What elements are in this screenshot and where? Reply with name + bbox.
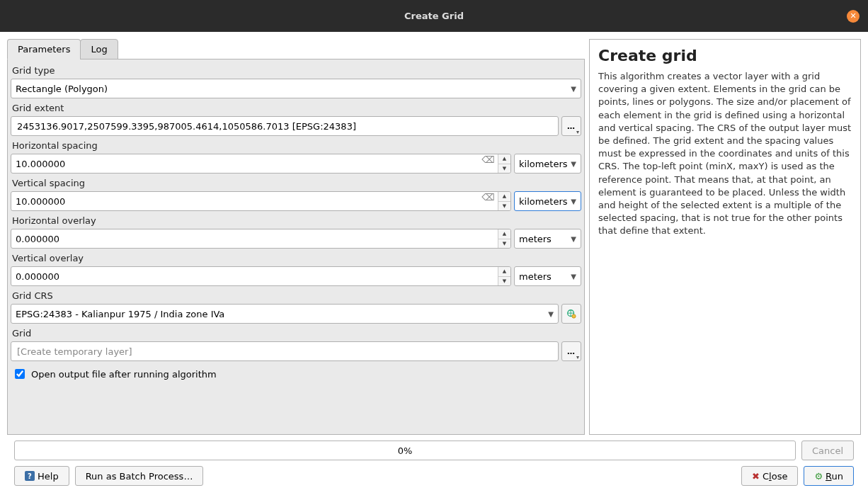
vspacing-label: Vertical spacing	[11, 175, 581, 191]
chevron-down-icon: ▼	[548, 310, 554, 318]
create-grid-dialog: Create Grid ✕ Parameters Log Grid type R…	[0, 0, 868, 500]
vspacing-unit-value: kilometers	[519, 196, 568, 207]
grid-extent-field[interactable]	[16, 120, 554, 132]
hoverlay-unit-select[interactable]: meters ▼	[514, 229, 581, 249]
grid-output-field[interactable]	[16, 346, 554, 358]
progress-bar: 0%	[14, 441, 796, 460]
chevron-down-icon: ▼	[571, 273, 576, 280]
grid-type-select[interactable]: Rectangle (Polygon) ▼	[11, 79, 581, 98]
tab-log[interactable]: Log	[80, 39, 118, 59]
run-button[interactable]: ⚙ Run	[804, 466, 854, 486]
grid-crs-value: EPSG:24383 - Kalianpur 1975 / India zone…	[16, 309, 224, 319]
close-label: Close	[763, 471, 787, 482]
grid-extent-input[interactable]	[11, 116, 559, 136]
cancel-button: Cancel	[801, 441, 854, 460]
chevron-down-icon: ▼	[571, 85, 576, 93]
window-title: Create Grid	[0, 11, 868, 21]
help-body: This algorithm creates a vector layer wi…	[598, 70, 852, 237]
help-panel: Create grid This algorithm creates a vec…	[589, 39, 861, 435]
chevron-down-icon: ▼	[571, 198, 576, 205]
spin-up-button[interactable]: ▲	[498, 192, 510, 202]
ellipsis-icon: …	[567, 347, 576, 356]
hspacing-label: Horizontal spacing	[11, 137, 581, 154]
spin-down-button[interactable]: ▼	[498, 239, 510, 249]
upper-area: Parameters Log Grid type Rectangle (Poly…	[7, 39, 861, 435]
grid-extent-menu-button[interactable]: … ▾	[561, 116, 581, 136]
chevron-down-icon: ▼	[571, 160, 576, 168]
grid-crs-label: Grid CRS	[11, 288, 581, 304]
progress-text: 0%	[398, 445, 413, 456]
globe-icon	[566, 309, 576, 319]
progress-row: 0% Cancel	[7, 441, 861, 460]
chevron-down-icon: ▾	[576, 354, 579, 360]
hoverlay-field[interactable]	[11, 229, 498, 248]
open-output-label: Open output file after running algorithm	[31, 369, 217, 380]
vspacing-field[interactable]	[11, 192, 479, 210]
chevron-down-icon: ▾	[576, 129, 579, 135]
voverlay-field[interactable]	[11, 267, 498, 285]
grid-type-label: Grid type	[11, 62, 581, 79]
grid-output-label: Grid	[11, 325, 581, 341]
hspacing-spinbox[interactable]: ⌫ ▲ ▼	[11, 154, 511, 174]
hoverlay-label: Horizontal overlay	[11, 212, 581, 229]
voverlay-label: Vertical overlay	[11, 250, 581, 266]
grid-extent-label: Grid extent	[11, 100, 581, 116]
help-heading: Create grid	[598, 47, 852, 64]
voverlay-unit-select[interactable]: meters ▼	[514, 266, 581, 286]
button-row: ? Help Run as Batch Process… ✖ Close ⚙ R…	[7, 466, 861, 493]
tab-bar: Parameters Log	[7, 39, 585, 59]
svg-point-1	[572, 314, 576, 318]
spin-buttons: ▲ ▼	[498, 267, 510, 285]
spin-up-button[interactable]: ▲	[498, 229, 510, 239]
tab-parameters[interactable]: Parameters	[7, 39, 81, 59]
hspacing-unit-value: kilometers	[519, 159, 568, 169]
grid-output-input[interactable]	[11, 341, 559, 361]
spin-down-button[interactable]: ▼	[498, 164, 510, 174]
dialog-content: Parameters Log Grid type Rectangle (Poly…	[0, 32, 868, 500]
help-button[interactable]: ? Help	[14, 466, 69, 486]
titlebar: Create Grid ✕	[0, 0, 868, 32]
open-output-checkbox[interactable]	[15, 369, 25, 379]
voverlay-unit-value: meters	[519, 271, 552, 282]
ellipsis-icon: …	[567, 122, 576, 131]
hspacing-field[interactable]	[11, 154, 479, 173]
form-panel: Parameters Log Grid type Rectangle (Poly…	[7, 39, 585, 435]
select-crs-button[interactable]	[561, 304, 581, 324]
run-icon: ⚙	[814, 471, 823, 482]
parameters-body: Grid type Rectangle (Polygon) ▼ Grid ext…	[7, 59, 585, 435]
grid-output-menu-button[interactable]: … ▾	[561, 341, 581, 361]
close-button[interactable]: ✖ Close	[741, 466, 798, 486]
spin-buttons: ▲ ▼	[498, 229, 510, 248]
spin-up-button[interactable]: ▲	[498, 267, 510, 277]
hspacing-unit-select[interactable]: kilometers ▼	[514, 154, 581, 174]
chevron-down-icon: ▼	[571, 235, 576, 243]
hoverlay-unit-value: meters	[519, 234, 552, 244]
vspacing-unit-select[interactable]: kilometers ▼	[514, 191, 581, 211]
close-icon: ✖	[752, 471, 760, 482]
grid-crs-select[interactable]: EPSG:24383 - Kalianpur 1975 / India zone…	[11, 304, 559, 324]
hoverlay-spinbox[interactable]: ▲ ▼	[11, 229, 511, 249]
window-close-button[interactable]: ✕	[847, 10, 860, 23]
clear-icon[interactable]: ⌫	[479, 154, 498, 173]
batch-button[interactable]: Run as Batch Process…	[75, 466, 204, 486]
vspacing-spinbox[interactable]: ⌫ ▲ ▼	[11, 191, 511, 211]
spin-buttons: ▲ ▼	[498, 192, 510, 210]
open-output-row: Open output file after running algorithm	[11, 363, 581, 385]
voverlay-spinbox[interactable]: ▲ ▼	[11, 266, 511, 286]
spin-down-button[interactable]: ▼	[498, 277, 510, 286]
spin-down-button[interactable]: ▼	[498, 202, 510, 211]
run-label: Run	[826, 471, 843, 482]
spin-buttons: ▲ ▼	[498, 154, 510, 173]
grid-type-value: Rectangle (Polygon)	[16, 84, 108, 94]
spin-up-button[interactable]: ▲	[498, 154, 510, 164]
clear-icon[interactable]: ⌫	[479, 192, 498, 210]
help-icon: ?	[25, 471, 35, 481]
